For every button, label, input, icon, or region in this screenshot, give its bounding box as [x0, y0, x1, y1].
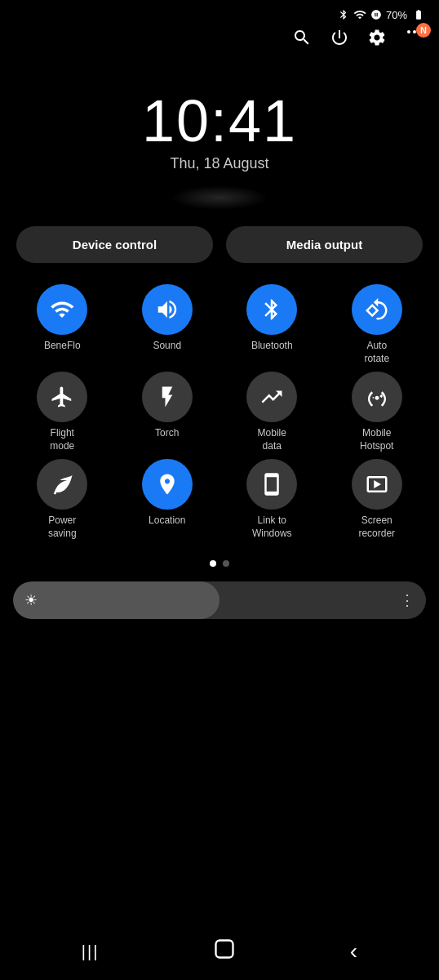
power-saving-label: Powersaving [48, 514, 77, 540]
svg-point-0 [407, 30, 410, 33]
dnd-status-icon [370, 9, 382, 20]
nav-bar: ||| ‹ [0, 923, 439, 980]
notification-button[interactable]: N [405, 28, 424, 52]
bluetooth-label: Bluetooth [251, 340, 293, 353]
clock-glow [171, 185, 268, 210]
svg-rect-3 [216, 940, 233, 957]
qs-screen-recorder[interactable]: Screenrecorder [328, 459, 427, 540]
page-dots [0, 547, 439, 575]
mobile-data-icon [246, 372, 297, 422]
link-windows-label: Link toWindows [252, 514, 292, 540]
location-label: Location [149, 514, 185, 528]
clock-date: Thu, 18 August [0, 155, 439, 172]
qs-power-saving[interactable]: Powersaving [13, 459, 112, 540]
qs-beneflo[interactable]: BeneFlo [13, 284, 112, 365]
beneflo-label: BeneFlo [44, 340, 81, 353]
brightness-slider[interactable]: ☀ ⋮ [13, 581, 426, 619]
qs-auto-rotate[interactable]: Autorotate [328, 284, 427, 365]
rotate-icon [352, 284, 402, 335]
quick-settings-grid: BeneFlo Sound Bluetooth Autorotate [0, 271, 439, 547]
bluetooth-qs-icon [246, 284, 297, 335]
notification-badge: N [416, 23, 431, 38]
link-windows-icon [246, 459, 297, 510]
media-output-button[interactable]: Media output [226, 226, 423, 263]
screen-recorder-label: Screenrecorder [358, 514, 395, 540]
hotspot-label: MobileHotspot [360, 427, 393, 452]
screen-recorder-icon [352, 459, 402, 510]
qs-link-windows[interactable]: Link toWindows [223, 459, 321, 540]
page-dot-1 [210, 560, 216, 567]
torch-label: Torch [155, 427, 179, 440]
brightness-options[interactable]: ⋮ [400, 591, 415, 609]
wifi-status-icon [353, 8, 366, 21]
flight-mode-label: Flightmode [50, 427, 74, 452]
battery-icon [411, 9, 426, 20]
home-button[interactable] [213, 938, 236, 966]
mobile-data-label: Mobiledata [258, 427, 286, 452]
qs-torch[interactable]: Torch [118, 372, 217, 452]
device-control-button[interactable]: Device control [16, 226, 213, 263]
sound-icon [142, 284, 193, 335]
location-icon [142, 459, 193, 510]
top-actions: N [0, 21, 439, 59]
qs-hotspot[interactable]: MobileHotspot [328, 372, 427, 452]
qs-location[interactable]: Location [118, 459, 217, 540]
page-dot-2 [223, 560, 229, 567]
shortcut-buttons: Device control Media output [0, 210, 439, 271]
battery-text: 70% [386, 9, 407, 21]
flight-icon [37, 372, 87, 422]
qs-mobile-data[interactable]: Mobiledata [223, 372, 321, 452]
hotspot-icon [352, 372, 402, 422]
brightness-fill [13, 581, 220, 619]
status-bar: 70% [0, 0, 439, 21]
qs-bluetooth[interactable]: Bluetooth [223, 284, 321, 365]
power-button[interactable] [330, 28, 349, 52]
settings-button[interactable] [367, 28, 387, 52]
qs-flight-mode[interactable]: Flightmode [13, 372, 112, 452]
search-button[interactable] [292, 28, 312, 52]
qs-sound[interactable]: Sound [118, 284, 217, 365]
clock-time: 10:41 [0, 91, 439, 150]
status-icons: 70% [338, 8, 426, 21]
beneflo-icon [37, 284, 87, 335]
brightness-icon: ☀ [24, 591, 38, 609]
torch-icon [142, 372, 193, 422]
sound-label: Sound [153, 340, 181, 353]
power-saving-icon [37, 459, 87, 510]
recents-button[interactable]: ||| [82, 942, 100, 961]
back-button[interactable]: ‹ [350, 938, 357, 964]
auto-rotate-label: Autorotate [364, 340, 389, 365]
bluetooth-status-icon [338, 9, 349, 20]
clock-section: 10:41 Thu, 18 August [0, 59, 439, 185]
